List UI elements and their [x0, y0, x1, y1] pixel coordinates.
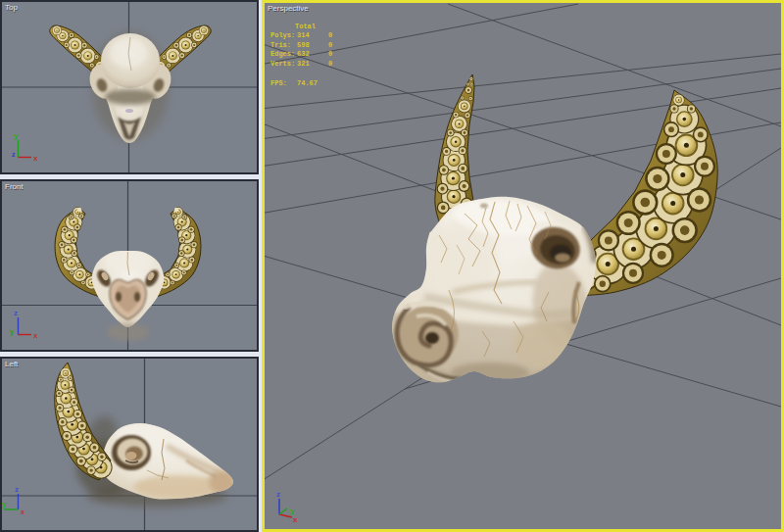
- svg-text:0: 0: [328, 31, 332, 39]
- svg-text:0: 0: [328, 41, 332, 49]
- svg-text:x: x: [293, 515, 298, 524]
- svg-text:321: 321: [297, 60, 310, 68]
- svg-text:74.67: 74.67: [297, 79, 318, 87]
- svg-text:x: x: [21, 508, 24, 515]
- svg-text:314: 314: [297, 31, 310, 39]
- svg-text:Tris:: Tris:: [270, 41, 291, 49]
- svg-text:z: z: [15, 485, 19, 494]
- svg-text:Edges:: Edges:: [270, 50, 295, 58]
- svg-text:y: y: [10, 328, 14, 336]
- svg-text:632: 632: [297, 50, 310, 58]
- svg-text:FPS:: FPS:: [270, 79, 287, 87]
- svg-text:x: x: [33, 154, 38, 163]
- svg-text:y: y: [2, 500, 7, 508]
- svg-text:y: y: [14, 131, 19, 140]
- svg-text:Verts:: Verts:: [270, 60, 295, 68]
- svg-text:0: 0: [328, 60, 332, 68]
- svg-text:598: 598: [297, 41, 310, 49]
- svg-text:x: x: [33, 331, 38, 340]
- svg-text:z: z: [276, 490, 280, 499]
- svg-text:Polys:: Polys:: [270, 31, 295, 39]
- svg-text:Total: Total: [295, 23, 316, 30]
- svg-text:0: 0: [328, 50, 332, 58]
- svg-text:z: z: [14, 309, 18, 317]
- svg-text:z: z: [12, 151, 16, 158]
- svg-text:y: y: [290, 507, 295, 515]
